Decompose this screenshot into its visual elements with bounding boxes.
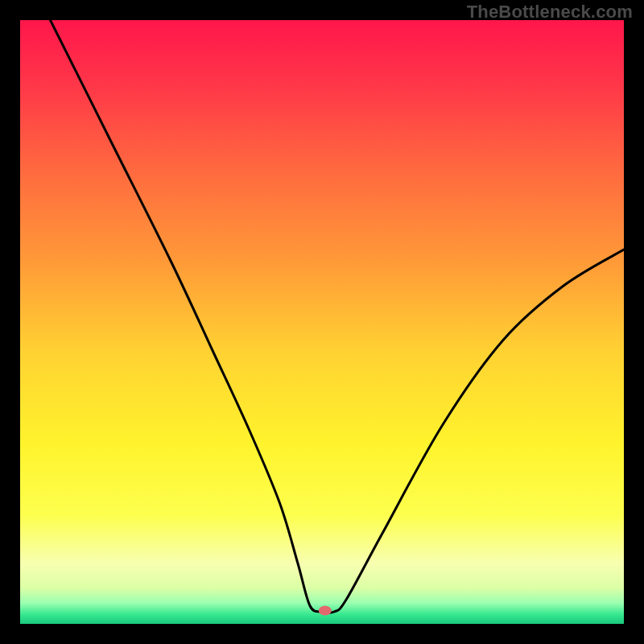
chart-svg [20, 20, 624, 624]
plot-area [20, 20, 624, 624]
chart-frame: TheBottleneck.com [0, 0, 644, 644]
background-rect [20, 20, 624, 624]
optimal-marker [319, 606, 332, 616]
